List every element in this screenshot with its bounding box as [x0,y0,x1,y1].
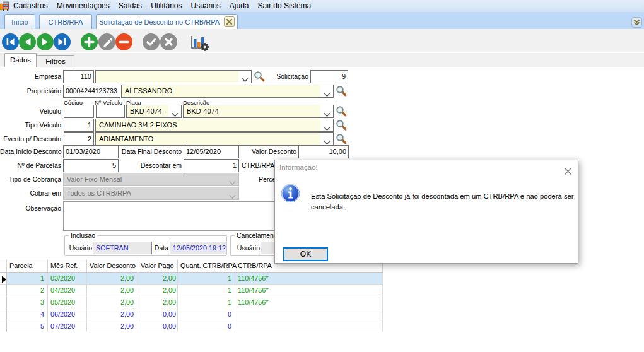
tipo-veiculo-code-input[interactable]: 1 [64,119,94,132]
proprietario-code-input[interactable]: 00004244123733 [63,85,120,98]
grid-column-header[interactable]: Mês Ref. [48,259,87,272]
menu-item-cadastros[interactable]: Cadastros [9,0,52,12]
proprietario-search-icon[interactable] [336,85,348,97]
menu-item-sa-das[interactable]: Saídas [114,0,146,12]
grid-cell: 04/2020 [48,285,87,296]
grid-cell: 1 [7,273,48,284]
veiculo-label: Veículo [0,105,61,117]
observacao-label: Observação [0,202,61,214]
tipo-veiculo-combo[interactable]: CAMINHAO 3/4 2 EIXOS [95,119,334,132]
page-tab-dados[interactable]: Dados [4,53,37,67]
descontar-input[interactable]: 1 [184,159,239,172]
page-tab-filtros[interactable]: Filtros [37,55,74,67]
menu-item-usu-rios[interactable]: Usuários [186,0,225,12]
grid-cell: 110/4756* [235,273,383,284]
valor-desconto-input[interactable]: 10,00 [298,145,349,158]
grid-cell: 0 [178,308,235,320]
combo-chevron-icon [229,191,236,200]
grid-cell: 03/2020 [48,273,87,284]
veiculo-descricao-combo[interactable]: BKD-4074 [183,105,334,118]
cancelamento-usuario-label: Usuário [234,242,260,254]
veiculo-search-icon[interactable] [336,105,348,117]
grid-cell: 2,00 [138,273,178,284]
parcelas-grid: ParcelaMês Ref.Valor DescontoValor PagoQ… [0,259,383,332]
next-button[interactable] [37,33,54,50]
confirm-button[interactable] [143,33,160,50]
report-button[interactable] [189,34,209,51]
truck-icon [0,1,9,11]
grid-cell: 2,00 [87,296,138,308]
tipo-cobranca-combo: Valor Fixo Mensal [63,173,239,186]
combo-value: CAMINHAO 3/4 2 EIXOS [99,121,177,129]
grid-column-header[interactable]: Parcela [7,259,48,272]
grid-cell: 0,00 [138,320,178,332]
window-tab-2[interactable]: CTRB/RPA [39,14,92,29]
empresa-code-input[interactable]: 110 [63,70,94,83]
menu-item-ajuda[interactable]: Ajuda [225,0,254,12]
close-icon[interactable] [563,166,573,176]
grid-cell: 07/2020 [48,320,87,332]
dialog-title: Informação! [279,163,318,171]
grid-cell: 1 [178,285,235,296]
grid-cell: 1 [178,273,235,284]
data-inicio-input[interactable]: 01/03/2020 [63,145,119,158]
data-final-input[interactable]: 12/05/2020 [184,145,239,158]
cobrar-combo: Todos os CTRB/RPA [63,187,239,200]
grid-row-indicator [0,320,7,332]
inclusao-usuario-label: Usuário [66,242,92,254]
chevron-down-icon [633,17,641,28]
first-button[interactable] [2,33,19,50]
tab-overflow-button[interactable] [631,17,642,28]
insert-button[interactable] [81,33,98,50]
menu-item-sair-do-sistema[interactable]: Sair do Sistema [254,0,316,12]
veiculo-placa-combo[interactable]: BKD-4074 [126,105,182,118]
menu-item-utilit-rios[interactable]: Utilitários [146,0,186,12]
menu-item-movimenta-es[interactable]: Movimentações [52,0,114,12]
grid-row-1[interactable]: 103/20202,002,001110/4756* [0,273,383,285]
grid-current-row-indicator [0,273,7,284]
data-inicio-label: Data Início Desconto [0,145,61,158]
proprietario-combo[interactable]: ALESSANDRO [121,85,334,98]
tab-close-icon[interactable] [224,16,235,27]
prior-button[interactable] [19,33,36,50]
edit-button[interactable] [98,33,115,50]
solicitacao-input[interactable]: 9 [310,70,348,83]
grid-row-3[interactable]: 305/20202,002,001110/4756* [0,296,383,308]
combo-chevron-icon [172,109,179,118]
evento-code-input[interactable]: 2 [64,132,94,146]
last-button[interactable] [54,33,71,50]
grid-cell: 0,00 [138,308,178,320]
grid-cell: 2,00 [138,285,178,296]
grid-row-5[interactable]: 507/20202,000,000 [0,320,383,332]
grid-cell: 3 [7,296,48,308]
cancel-button[interactable] [160,33,177,50]
grid-column-header[interactable]: Valor Desconto [87,259,138,272]
window-tab-label: Solicitação de Desconto no CTRB/RPA [99,18,220,26]
combo-value: BKD-4074 [187,107,219,115]
window-tab-strip: InícioCTRB/RPASolicitação de Desconto no… [0,12,644,29]
grid-cell: 2,00 [87,273,138,284]
window-tab-1[interactable]: Início [4,14,35,29]
empresa-combo[interactable] [95,70,252,83]
ok-button[interactable]: OK [283,247,328,261]
parcelas-input[interactable]: 5 [63,159,119,172]
window-tab-3[interactable]: Solicitação de Desconto no CTRB/RPA [96,14,238,29]
evento-search-icon[interactable] [336,133,348,145]
grid-cell: 2 [7,285,48,296]
menu-items: CadastrosMovimentaçõesSaídasUtilitáriosU… [9,0,315,12]
grid-cell: 110/4756* [235,285,383,296]
info-icon [281,184,300,203]
grid-column-header[interactable]: Quant. CTRB/RPA [178,259,235,272]
veiculo-numero-input[interactable] [96,105,125,118]
grid-cell: 2,00 [87,285,138,296]
solicitacao-label: Solicitação [246,70,308,83]
grid-row-4[interactable]: 406/20202,000,000 [0,308,383,320]
delete-button[interactable] [115,33,132,50]
evento-combo[interactable]: ADIANTAMENTO [95,132,334,146]
grid-row-2[interactable]: 204/20202,002,001110/4756* [0,285,383,296]
tipo-veiculo-search-icon[interactable] [336,119,348,131]
veiculo-codigo-input[interactable] [64,105,94,118]
empresa-label: Empresa [0,70,61,83]
grid-column-header[interactable]: Valor Pago [138,259,178,272]
grid-cell: 5 [7,320,48,332]
